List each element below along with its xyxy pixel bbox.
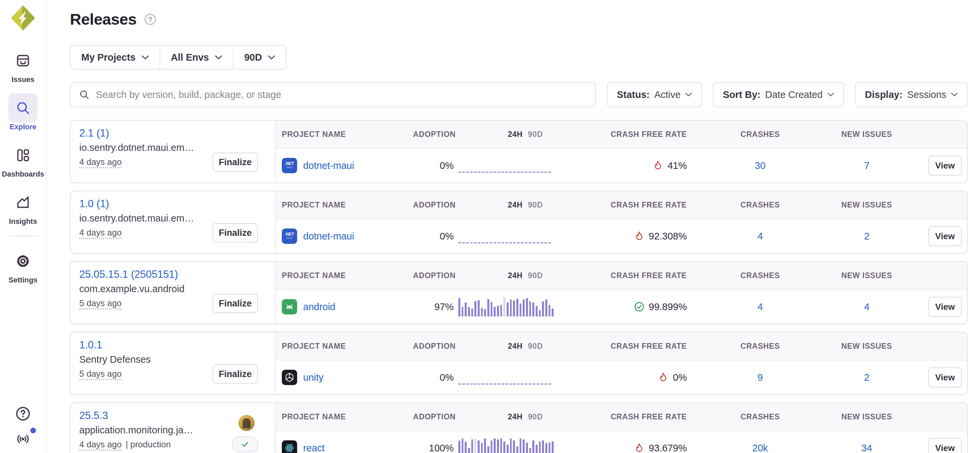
crashes-count-link[interactable]: 4 [757, 231, 763, 242]
release-version-link[interactable]: 2.1 (1) [79, 127, 109, 139]
release-version-link[interactable]: 25.05.15.1 (2505151) [79, 269, 178, 280]
sidebar-nav: Issues Explore Dashboards [0, 46, 46, 285]
release-project-table: PROJECT NAME ADOPTION 24H 90D CRASH FREE… [276, 262, 967, 324]
finalize-button[interactable]: Finalize [213, 223, 258, 243]
release-created-time[interactable]: 4 days ago [79, 439, 122, 451]
release-table-header: PROJECT NAME ADOPTION 24H 90D CRASH FREE… [276, 121, 967, 149]
display-label: Display: [865, 89, 903, 100]
crash-free-rate-value: 99.899% [649, 302, 687, 312]
svg-text:MAUI: MAUI [286, 237, 293, 240]
release-package: application.monitoring.ja… [79, 425, 213, 436]
project-link[interactable]: android [303, 302, 336, 312]
view-button[interactable]: View [928, 297, 962, 317]
finalize-button[interactable]: Finalize [213, 153, 258, 172]
sidebar-label: Settings [9, 276, 38, 285]
col-24h-toggle[interactable]: 24H [508, 342, 523, 351]
project-link[interactable]: dotnet-maui [303, 160, 354, 171]
help-button[interactable] [15, 406, 31, 422]
new-issues-count-link[interactable]: 2 [864, 231, 869, 242]
status-filter-dropdown[interactable]: Status: Active [607, 82, 702, 107]
releases-help-icon[interactable]: ? [145, 14, 156, 25]
new-issues-count-link[interactable]: 7 [864, 160, 869, 171]
view-button[interactable]: View [928, 156, 962, 176]
project-link[interactable]: unity [303, 372, 323, 383]
crashes-count-link[interactable]: 4 [757, 302, 763, 312]
release-created-time[interactable]: 5 days ago [79, 298, 122, 310]
sidebar-item-insights[interactable]: Insights [2, 188, 44, 226]
col-90d-toggle[interactable]: 90D [528, 271, 543, 280]
new-issues-count-link[interactable]: 2 [864, 372, 869, 383]
check-icon [240, 439, 250, 449]
col-90d-toggle[interactable]: 90D [528, 412, 543, 421]
col-24h-toggle[interactable]: 24H [508, 200, 523, 210]
release-list: 2.1 (1) io.sentry.dotnet.maui.em… 4 days… [70, 120, 968, 453]
project-link[interactable]: dotnet-maui [303, 231, 354, 242]
release-project-row: .NET MAUI dotnet-maui 0% [276, 149, 967, 183]
sidebar-item-explore[interactable]: Explore [2, 93, 44, 131]
sentry-logo-icon [12, 7, 33, 29]
release-card: 1.0.1 Sentry Defenses 5 days ago Finaliz… [70, 332, 968, 395]
gear-icon [8, 246, 38, 276]
page-title: Releases [70, 10, 137, 28]
finalize-button[interactable]: Finalize [213, 294, 258, 313]
flame-icon [634, 443, 644, 453]
sort-value: Date Created [765, 89, 823, 100]
project-filter-dropdown[interactable]: My Projects [71, 46, 159, 69]
crashes-count-link[interactable]: 20k [752, 443, 768, 453]
display-dropdown[interactable]: Display: Sessions [855, 82, 968, 107]
col-90d-toggle[interactable]: 90D [528, 130, 543, 139]
col-24h-toggle[interactable]: 24H [508, 130, 523, 139]
col-24h-toggle[interactable]: 24H [508, 271, 523, 280]
release-author-avatar[interactable] [239, 415, 255, 431]
col-project-name: PROJECT NAME [276, 342, 415, 351]
page-header: Releases ? [70, 10, 968, 28]
search-box [70, 82, 596, 107]
org-logo[interactable] [11, 5, 35, 31]
col-project-name: PROJECT NAME [276, 271, 415, 280]
release-version-link[interactable]: 1.0 (1) [79, 198, 109, 210]
release-created-time[interactable]: 4 days ago [79, 157, 122, 168]
whats-new-button[interactable] [15, 432, 31, 446]
sidebar-item-dashboards[interactable]: Dashboards [2, 141, 44, 178]
release-project-row: android 97% 99.899% 4 [276, 290, 967, 324]
search-input[interactable] [96, 89, 587, 100]
view-button[interactable]: View [928, 367, 962, 387]
broadcast-icon [15, 432, 31, 446]
col-crashes: CRASHES [687, 200, 834, 210]
finalize-button[interactable]: Finalize [213, 364, 258, 384]
release-card: 1.0 (1) io.sentry.dotnet.maui.em… 4 days… [70, 191, 968, 254]
page-filter-bar: My Projects All Envs 90D [70, 45, 286, 70]
dotnet-maui-icon: .NET MAUI [282, 158, 297, 173]
col-new-issues: NEW ISSUES [834, 342, 900, 351]
environment-filter-dropdown[interactable]: All Envs [159, 46, 233, 69]
col-90d-toggle[interactable]: 90D [528, 342, 543, 351]
new-issues-count-link[interactable]: 4 [864, 302, 869, 312]
col-24h-toggle[interactable]: 24H [508, 412, 523, 421]
date-range-filter-dropdown[interactable]: 90D [233, 46, 286, 69]
release-created-time[interactable]: 4 days ago [79, 227, 122, 239]
project-link[interactable]: react [303, 443, 325, 453]
sidebar-item-settings[interactable]: Settings [2, 246, 44, 285]
android-icon [282, 299, 297, 315]
finalized-check-badge[interactable] [232, 436, 258, 452]
col-crash-free-rate: CRASH FREE RATE [554, 271, 687, 280]
crashes-count-link[interactable]: 9 [757, 372, 763, 383]
view-button[interactable]: View [928, 226, 962, 246]
col-90d-toggle[interactable]: 90D [528, 200, 543, 210]
release-version-link[interactable]: 1.0.1 [79, 339, 102, 351]
sidebar-item-issues[interactable]: Issues [2, 46, 44, 84]
crash-free-rate-value: 93.679% [649, 443, 687, 453]
release-version-link[interactable]: 25.5.3 [79, 410, 108, 422]
adoption-sparkline [454, 297, 554, 316]
sort-by-dropdown[interactable]: Sort By: Date Created [713, 82, 844, 107]
view-button[interactable]: View [928, 438, 962, 453]
release-project-table: PROJECT NAME ADOPTION 24H 90D CRASH FREE… [276, 332, 967, 394]
release-environment: | production [126, 439, 170, 450]
col-crashes: CRASHES [687, 271, 834, 280]
release-package: com.example.vu.android [79, 283, 213, 294]
environment-filter-value: All Envs [171, 52, 209, 63]
new-issues-count-link[interactable]: 34 [861, 443, 872, 453]
dotnet-maui-icon: .NET MAUI [282, 229, 297, 244]
crashes-count-link[interactable]: 30 [755, 160, 765, 171]
release-created-time[interactable]: 5 days ago [79, 369, 122, 380]
